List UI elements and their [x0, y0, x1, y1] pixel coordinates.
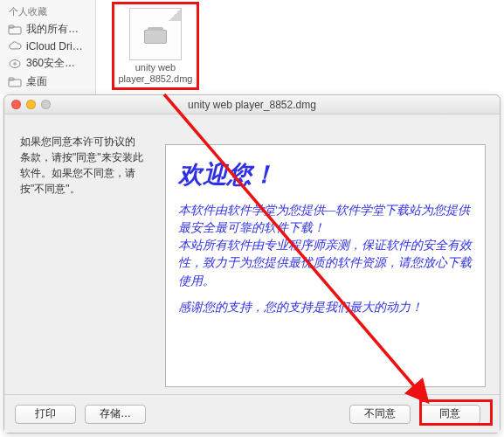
- sidebar-item-360[interactable]: 360安全…: [0, 54, 95, 73]
- close-icon[interactable]: [11, 100, 21, 109]
- dialog-button-bar: 打印 存储… 不同意 同意: [4, 394, 500, 433]
- sidebar-section-header: 个人收藏: [0, 3, 95, 20]
- cloud-icon: [7, 40, 23, 52]
- save-button[interactable]: 存储…: [85, 405, 146, 424]
- folder-icon: [7, 76, 23, 88]
- minimize-icon[interactable]: [26, 100, 36, 109]
- sidebar-item-label: 我的所有…: [26, 22, 79, 37]
- disagree-button[interactable]: 不同意: [349, 405, 411, 424]
- zoom-icon[interactable]: [41, 100, 51, 109]
- file-tile-dmg[interactable]: unity web player_8852.dmg: [112, 2, 199, 90]
- window-titlebar: unity web player_8852.dmg: [4, 95, 500, 114]
- license-document: 欢迎您！ 本软件由软件学堂为您提供—软件学堂下载站为您提供最安全最可靠的软件下载…: [165, 144, 486, 387]
- window-title: unity web player_8852.dmg: [188, 99, 316, 111]
- sidebar-item-desktop[interactable]: 桌面: [0, 73, 95, 91]
- print-button[interactable]: 打印: [15, 405, 76, 424]
- license-dialog: unity web player_8852.dmg 如果您同意本许可协议的条款，…: [3, 94, 501, 434]
- svg-point-3: [14, 62, 16, 64]
- sidebar-item-all-files[interactable]: 我的所有…: [0, 20, 95, 38]
- svg-point-2: [10, 59, 20, 67]
- finder-file-area: unity web player_8852.dmg: [96, 0, 504, 94]
- disk-icon: [7, 58, 23, 70]
- file-label: unity web player_8852.dmg: [114, 62, 197, 84]
- sidebar-item-icloud[interactable]: iCloud Dri…: [0, 38, 95, 54]
- doc-title: 欢迎您！: [178, 157, 473, 193]
- traffic-lights: [11, 100, 51, 109]
- sidebar-item-label: 360安全…: [26, 56, 75, 71]
- sidebar-item-label: 桌面: [26, 74, 47, 89]
- folder-icon: [7, 24, 23, 36]
- license-instruction-text: 如果您同意本许可协议的条款，请按"同意"来安装此软件。如果您不同意，请按"不同意…: [4, 114, 156, 394]
- sidebar-item-label: iCloud Dri…: [26, 40, 83, 52]
- doc-thanks: 感谢您的支持，您的支持是我们最大的动力！: [178, 299, 473, 316]
- finder-window: 个人收藏 我的所有… iCloud Dri… 360安全… 桌面: [0, 0, 504, 94]
- finder-sidebar: 个人收藏 我的所有… iCloud Dri… 360安全… 桌面: [0, 0, 96, 94]
- doc-body: 本软件由软件学堂为您提供—软件学堂下载站为您提供最安全最可靠的软件下载！本站所有…: [178, 202, 473, 290]
- agree-button[interactable]: 同意: [419, 405, 480, 424]
- dialog-content: 如果您同意本许可协议的条款，请按"同意"来安装此软件。如果您不同意，请按"不同意…: [4, 114, 500, 394]
- dmg-file-icon: [129, 8, 182, 60]
